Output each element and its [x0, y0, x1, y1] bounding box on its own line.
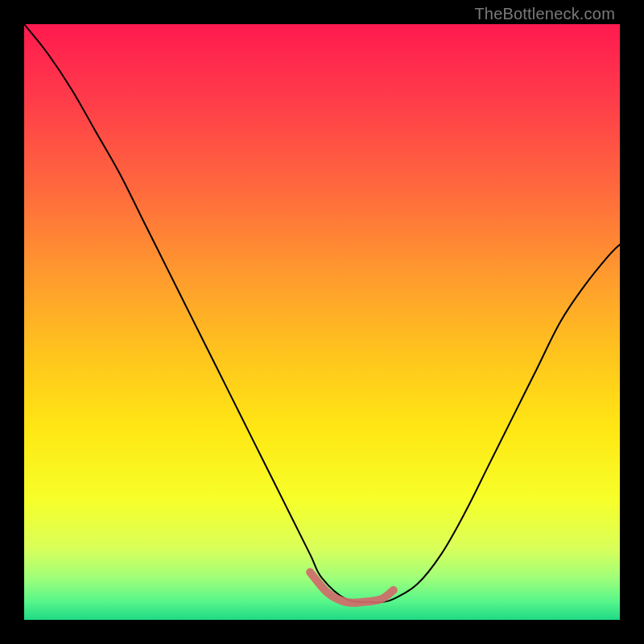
- bottleneck-curve: [24, 24, 620, 602]
- curve-layer: [24, 24, 620, 620]
- plot-area: [24, 24, 620, 620]
- chart-frame: TheBottleneck.com: [0, 0, 644, 644]
- flat-bottom-highlight: [310, 572, 394, 603]
- watermark-text: TheBottleneck.com: [474, 5, 615, 23]
